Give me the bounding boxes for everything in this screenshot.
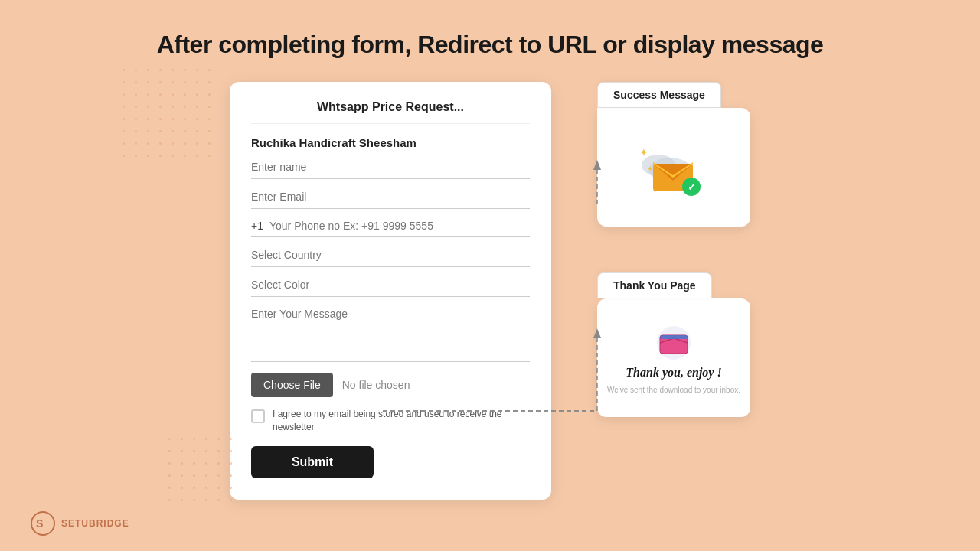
right-panels: Success Message ✦ ✦	[597, 82, 750, 417]
country-field	[251, 248, 530, 267]
svg-text:S: S	[36, 517, 43, 530]
form-product-name: Ruchika Handicraft Sheesham	[251, 136, 530, 149]
color-field	[251, 278, 530, 297]
thankyou-panel-label: Thank You Page	[597, 272, 712, 298]
form-title: Whtsapp Price Request...	[251, 100, 530, 124]
thankyou-title: Thank you, enjoy !	[626, 366, 721, 380]
phone-input[interactable]	[270, 220, 530, 232]
country-input[interactable]	[251, 249, 530, 261]
name-field	[251, 160, 530, 179]
success-svg: ✦ ✦ ✓	[632, 133, 716, 202]
message-textarea[interactable]	[251, 308, 530, 354]
submit-button[interactable]: Submit	[251, 446, 374, 478]
success-illustration: ✦ ✦ ✓	[632, 133, 716, 202]
message-field	[251, 308, 530, 362]
svg-text:✓: ✓	[688, 181, 696, 193]
success-panel-content: ✦ ✦ ✓	[597, 108, 750, 227]
logo-area: S SETUBRIDGE	[31, 511, 129, 536]
phone-code: +1	[251, 220, 263, 232]
file-upload-row: Choose File No file chosen	[251, 373, 530, 397]
no-file-text: No file chosen	[342, 379, 410, 391]
logo-text: SETUBRIDGE	[61, 518, 129, 529]
success-panel-label: Success Message	[597, 82, 721, 108]
checkbox-row: I agree to my email being stored and use…	[251, 408, 530, 434]
main-heading: After completing form, Redirect to URL o…	[0, 0, 980, 74]
email-input[interactable]	[251, 191, 530, 203]
svg-text:✦: ✦	[647, 165, 653, 173]
thankyou-inner: Thank you, enjoy ! We've sent the downlo…	[607, 298, 740, 417]
dot-pattern-right: for(let i=0;i<36;i++) document.currentSc…	[168, 438, 236, 505]
svg-text:✦: ✦	[639, 146, 648, 158]
email-field	[251, 190, 530, 209]
svg-rect-14	[660, 335, 688, 339]
checkbox-label: I agree to my email being stored and use…	[273, 408, 530, 434]
color-input[interactable]	[251, 279, 530, 291]
form-card: Whtsapp Price Request... Ruchika Handicr…	[230, 82, 551, 500]
name-input[interactable]	[251, 161, 530, 173]
thankyou-panel-content: Thank you, enjoy ! We've sent the downlo…	[597, 298, 750, 417]
thankyou-svg	[651, 321, 697, 360]
newsletter-checkbox[interactable]	[251, 409, 265, 423]
logo-icon: S	[31, 511, 55, 536]
phone-field: +1	[251, 220, 530, 237]
thankyou-subtitle: We've sent the download to your inbox.	[607, 386, 740, 394]
choose-file-button[interactable]: Choose File	[251, 373, 333, 397]
dot-pattern-left: for(let i=0;i<64;i++) document.currentSc…	[122, 69, 214, 161]
success-panel-wrapper: Success Message ✦ ✦	[597, 82, 750, 227]
thankyou-panel-wrapper: Thank You Page	[597, 272, 750, 417]
